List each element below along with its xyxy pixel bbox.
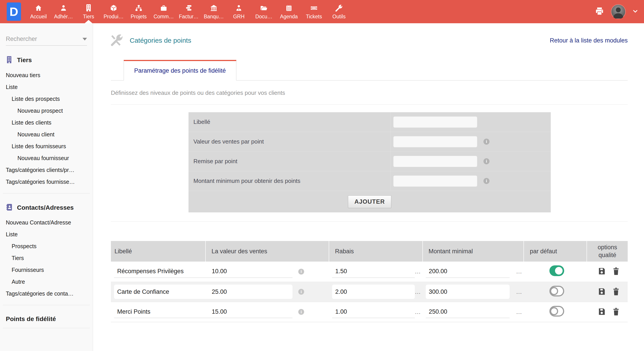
- ajouter-button[interactable]: AJOUTER: [348, 196, 391, 208]
- menu-item-produits[interactable]: Produi…: [101, 0, 126, 23]
- briefcase-icon: [160, 4, 167, 12]
- section-heading-contacts[interactable]: Contacts/Adresses: [0, 204, 93, 212]
- overflow-ellipsis: …: [516, 288, 524, 295]
- chevron-down-icon[interactable]: [632, 8, 638, 15]
- row2-libelle-input[interactable]: Carte de Confiance: [114, 284, 212, 299]
- row1-default-toggle[interactable]: [550, 265, 564, 276]
- menu-item-grh[interactable]: GRH: [226, 0, 251, 23]
- info-icon[interactable]: i: [298, 309, 304, 315]
- row2-default-toggle[interactable]: [550, 286, 564, 296]
- row3-default-toggle[interactable]: [550, 306, 564, 316]
- main-menu: Accueil Adhér… Tiers Produi… Pro: [26, 0, 352, 23]
- header-par-defaut: par défaut: [524, 241, 587, 262]
- trash-icon[interactable]: [610, 308, 622, 316]
- menu-item-commerce[interactable]: Comm…: [151, 0, 176, 23]
- sidebar-item-nouveau-tiers[interactable]: Nouveau tiers: [0, 69, 93, 81]
- overflow-ellipsis: …: [415, 268, 422, 275]
- app-window: D Accueil Adhér… Tiers Produi…: [0, 0, 644, 351]
- header-montant-minimal: Montant minimal: [422, 241, 524, 262]
- tab-parametrage[interactable]: Paramétrage des points de fidélité: [124, 60, 236, 80]
- libelle-input[interactable]: [393, 116, 477, 128]
- sidebar-item-tags-fournisseurs[interactable]: Tags/catégories fournisse…: [0, 176, 93, 188]
- menu-item-outils[interactable]: Outils: [326, 0, 352, 23]
- save-icon[interactable]: [595, 287, 608, 296]
- row2-rabais-input[interactable]: 2.00: [332, 284, 414, 299]
- row3-montant-input[interactable]: 250.00: [426, 306, 510, 318]
- user-avatar[interactable]: [611, 4, 626, 19]
- row1-montant-input[interactable]: 200.00: [426, 265, 510, 278]
- separator: [111, 104, 628, 105]
- bank-icon: [210, 4, 217, 12]
- menu-item-adherents[interactable]: Adhér…: [51, 0, 76, 23]
- sidebar-item-nouveau-fournisseur[interactable]: Nouveau fournisseur: [0, 152, 93, 164]
- sidebar-search[interactable]: [6, 33, 87, 46]
- section-heading-tiers[interactable]: Tiers: [0, 56, 93, 64]
- sidebar-divider: [3, 193, 90, 194]
- menu-item-banques[interactable]: Banqu…: [201, 0, 226, 23]
- sidebar-item-contacts-autre[interactable]: Autre: [0, 276, 93, 288]
- sidebar-item-tags-clients[interactable]: Tags/catégories clients/pr…: [0, 164, 93, 176]
- sidebar-item-liste-tiers[interactable]: Liste: [0, 81, 93, 93]
- form-button-row: AJOUTER: [188, 191, 551, 212]
- montant-minimum-input[interactable]: [393, 176, 477, 187]
- row2-valeur-input[interactable]: 25.00: [209, 284, 292, 299]
- sidebar-item-liste-contacts[interactable]: Liste: [0, 228, 93, 240]
- info-icon[interactable]: i: [298, 289, 304, 295]
- address-book-icon: [6, 204, 12, 212]
- row1-valeur-input[interactable]: 10.00: [209, 265, 292, 278]
- save-icon[interactable]: [595, 308, 608, 316]
- sidebar-item-liste-clients[interactable]: Liste des clients: [0, 117, 93, 128]
- menu-item-projets[interactable]: Projets: [126, 0, 151, 23]
- menu-item-accueil[interactable]: Accueil: [26, 0, 51, 23]
- save-icon[interactable]: [595, 267, 608, 276]
- trash-icon[interactable]: [610, 267, 622, 276]
- new-category-form: Libellé Valeur des ventes par point i Re…: [188, 112, 551, 212]
- dolibarr-logo[interactable]: D: [7, 2, 21, 21]
- sidebar-item-nouveau-contact[interactable]: Nouveau Contact/Adresse: [0, 217, 93, 228]
- search-input[interactable]: [6, 36, 82, 42]
- remise-input[interactable]: [393, 156, 477, 167]
- separator: [111, 221, 628, 222]
- sidebar-item-contacts-fournisseurs[interactable]: Fournisseurs: [0, 264, 93, 276]
- row3-rabais-input[interactable]: 1.00: [332, 306, 414, 318]
- top-navbar: D Accueil Adhér… Tiers Produi…: [0, 0, 644, 23]
- sidebar-section-points: Points de fidélité: [0, 316, 93, 328]
- info-icon[interactable]: i: [484, 178, 490, 184]
- tools-icon: [111, 34, 123, 47]
- form-row-valeur-ventes: Valeur des ventes par point i: [188, 132, 551, 152]
- row1-libelle-input[interactable]: Récompenses Privilèges: [114, 265, 212, 278]
- menu-item-facturation[interactable]: Factur…: [176, 0, 201, 23]
- form-row-remise: Remise par point i: [188, 152, 551, 171]
- menu-item-tiers[interactable]: Tiers: [76, 0, 101, 23]
- row2-montant-input[interactable]: 300.00: [426, 284, 510, 299]
- sidebar-item-contacts-prospects[interactable]: Prospects: [0, 240, 93, 252]
- row3-valeur-input[interactable]: 15.00: [209, 306, 292, 318]
- wrench-icon: [336, 4, 342, 12]
- row3-libelle-input[interactable]: Merci Points: [114, 306, 212, 318]
- info-icon[interactable]: i: [484, 138, 490, 145]
- sidebar-item-liste-fournisseurs[interactable]: Liste des fournisseurs: [0, 140, 93, 152]
- home-icon: [35, 4, 42, 12]
- info-icon[interactable]: i: [298, 269, 304, 274]
- sidebar-item-nouveau-prospect[interactable]: Nouveau prospect: [0, 105, 93, 117]
- menu-item-agenda[interactable]: Agenda: [276, 0, 302, 23]
- print-icon[interactable]: [595, 6, 604, 17]
- search-dropdown-caret[interactable]: [82, 38, 87, 40]
- menu-item-tickets[interactable]: Tickets: [302, 0, 326, 23]
- sidebar-item-liste-prospects[interactable]: Liste des prospects: [0, 93, 93, 105]
- menu-item-documents[interactable]: Docu…: [251, 0, 276, 23]
- overflow-ellipsis: …: [415, 308, 422, 316]
- trash-icon[interactable]: [610, 287, 622, 296]
- info-icon[interactable]: i: [484, 158, 490, 164]
- sidebar-item-tags-contacts[interactable]: Tags/catégories de conta…: [0, 288, 93, 300]
- sidebar-item-contacts-tiers[interactable]: Tiers: [0, 252, 93, 264]
- member-icon: [60, 4, 67, 12]
- sidebar-item-nouveau-client[interactable]: Nouveau client: [0, 128, 93, 140]
- table-row: Carte de Confiance 25.00i 2.00… 300.00…: [111, 282, 628, 302]
- page-title: Catégories de points: [130, 37, 191, 44]
- row1-rabais-input[interactable]: 1.50: [332, 265, 414, 278]
- valeur-ventes-input[interactable]: [393, 136, 477, 147]
- back-to-modules-link[interactable]: Retour à la liste des modules: [550, 37, 628, 44]
- section-heading-points-fidelite[interactable]: Points de fidélité: [0, 316, 93, 322]
- header-rabais: Rabais: [329, 241, 422, 262]
